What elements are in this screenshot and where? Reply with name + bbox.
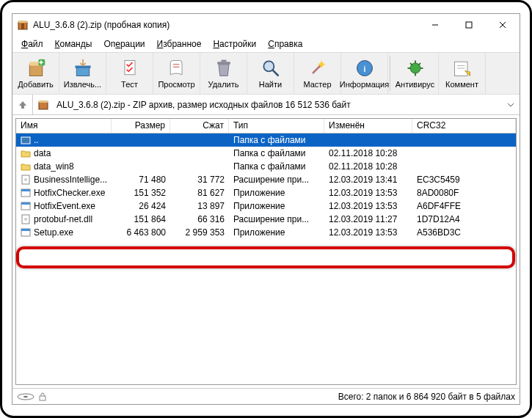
window-title: ALU_3.6.8 (2).zip (пробная копия) [33,20,418,30]
toolbar-add[interactable]: Добавить [12,52,59,95]
titlebar: ALU_3.6.8 (2).zip (пробная копия) [12,14,520,36]
file-packed: 66 316 [170,214,229,224]
list-item[interactable]: Setup.exe6 463 8002 959 353Приложение12.… [16,226,516,239]
toolbar-delete[interactable]: Удалить [200,52,247,95]
maximize-button[interactable] [452,14,486,36]
pathbar [12,95,520,115]
find-icon [260,58,281,78]
toolbar-test[interactable]: Тест [106,52,153,95]
file-type: Папка с файлами [229,148,324,158]
toolbar: Добавить Извлечь... Тест Просмотр Удалит… [12,52,520,95]
extract-icon [73,58,93,78]
file-modified: 12.03.2019 11:27 [324,214,412,224]
file-modified: 12.03.2019 13:53 [324,188,412,198]
file-crc: 1D7D12A4 [412,214,516,224]
file-name: protobuf-net.dll [34,214,92,224]
list-item[interactable]: HotfixChecker.exe151 35281 627Приложение… [16,186,516,199]
svg-rect-38 [21,189,30,191]
file-type: Приложение [229,227,324,238]
svg-rect-2 [21,23,24,29]
menu-file[interactable]: Файл [15,37,49,51]
svg-rect-47 [40,396,45,400]
file-packed: 13 897 [170,201,229,211]
antivirus-icon [405,58,426,78]
archive-icon [33,99,54,111]
svg-point-36 [24,178,27,181]
svg-rect-29 [454,62,467,76]
svg-rect-33 [39,100,48,103]
menu-help[interactable]: Справка [262,37,308,51]
svg-rect-32 [39,102,48,109]
toolbar-wizard[interactable]: Мастер [294,52,341,95]
file-type: Расширение при... [229,214,324,224]
toolbar-info[interactable]: i Информация [341,52,388,95]
list-item[interactable]: ..Папка с файлами [16,133,516,147]
file-name: data_win8 [34,161,74,172]
svg-rect-10 [76,67,90,76]
toolbar-view[interactable]: Просмотр [153,52,200,95]
status-text: Всего: 2 папок и 6 864 920 байт в 5 файл… [338,392,515,402]
file-crc: A536BD3C [412,227,516,238]
up-button[interactable] [12,95,33,115]
svg-line-18 [272,70,278,76]
svg-line-27 [410,63,412,65]
col-packed[interactable]: Сжат [170,119,229,133]
list-item[interactable]: protobuf-net.dll151 86466 316Расширение … [16,213,516,226]
file-type: Папка с файлами [229,135,324,145]
file-type: Расширение при... [229,175,324,185]
path-dropdown[interactable] [502,103,520,107]
statusbar: Всего: 2 папок и 6 864 920 байт в 5 файл… [12,388,520,404]
toolbar-extract[interactable]: Извлечь... [59,52,106,95]
svg-rect-44 [21,229,30,231]
svg-rect-40 [21,202,30,205]
svg-line-19 [313,65,321,73]
col-size[interactable]: Размер [112,119,170,133]
file-size: 26 424 [112,201,170,211]
lock-icon [37,392,48,401]
file-packed: 2 959 353 [170,227,229,238]
svg-line-28 [418,63,420,65]
file-name: BusinessIntellige... [34,175,107,185]
col-modified[interactable]: Изменён [324,119,412,133]
list-item[interactable]: HotfixEvent.exe26 42413 897Приложение12.… [16,199,516,213]
column-headers: Имя Размер Сжат Тип Изменён CRC32 [16,119,516,133]
col-name[interactable]: Имя [16,119,112,133]
menubar: Файл Команды Операции Избранное Настройк… [12,36,520,52]
file-name: HotfixChecker.exe [34,188,105,198]
close-button[interactable] [486,14,520,36]
file-type: Приложение [229,201,324,211]
file-size: 71 480 [112,175,170,185]
file-name: Setup.exe [34,227,73,238]
col-crc[interactable]: CRC32 [412,119,516,133]
toolbar-comment[interactable]: Коммент [439,52,486,95]
minimize-button[interactable] [418,14,452,36]
chevron-down-icon [507,103,514,107]
menu-settings[interactable]: Настройки [207,37,262,51]
archive-add-icon [26,58,46,78]
svg-point-42 [24,218,27,221]
svg-rect-34 [21,137,30,144]
list-item[interactable]: BusinessIntellige...71 48031 772Расширен… [16,173,516,186]
file-crc: EC3C5459 [412,175,516,185]
menu-commands[interactable]: Команды [49,37,98,51]
comment-icon [452,58,473,78]
arrow-up-icon [18,100,28,110]
path-input[interactable] [54,96,502,114]
menu-favorites[interactable]: Избранное [151,37,208,51]
toolbar-find[interactable]: Найти [247,52,294,95]
file-packed: 31 772 [170,175,229,185]
svg-rect-16 [221,60,226,62]
winrar-icon [17,19,29,31]
svg-point-46 [23,395,28,397]
file-modified: 12.03.2019 13:41 [324,175,412,185]
list-item[interactable]: dataПапка с файлами02.11.2018 10:28 [16,147,516,160]
file-modified: 02.11.2018 10:28 [324,161,412,172]
col-type[interactable]: Тип [229,119,324,133]
menu-operations[interactable]: Операции [98,37,150,51]
file-size: 151 352 [112,188,170,198]
file-crc: A6DF4FFE [412,201,516,211]
file-list: Имя Размер Сжат Тип Изменён CRC32 ..Папк… [15,118,517,385]
toolbar-antivirus[interactable]: Антивирус [392,52,439,95]
list-item[interactable]: data_win8Папка с файлами02.11.2018 10:28 [16,160,516,173]
file-size: 6 463 800 [112,227,170,238]
